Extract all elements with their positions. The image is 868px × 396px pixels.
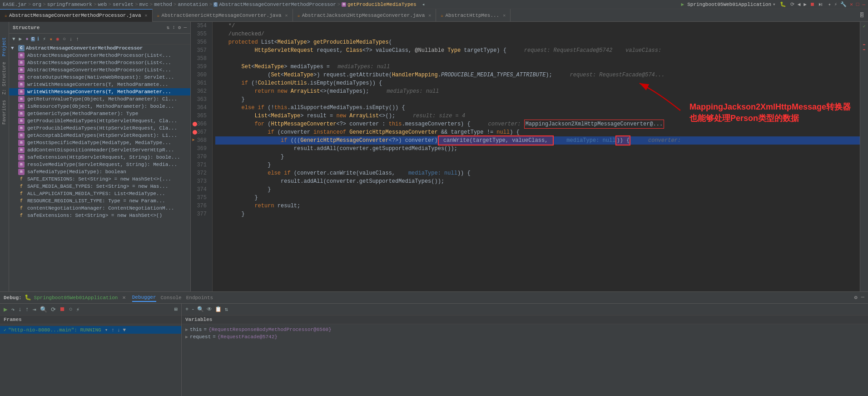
tree-item-field2[interactable]: f SAFE_MEDIA_BASE_TYPES: Set<String> = n…: [9, 183, 190, 190]
bc-nav-icon[interactable]: ◂: [422, 1, 425, 7]
tab-abstractmessage[interactable]: ☕ AbstractMessageConverterMethodProcesso…: [0, 9, 153, 22]
bc-item-8[interactable]: annotation: [178, 2, 208, 7]
view-breakpoints-icon[interactable]: ⚡: [76, 306, 80, 313]
toolbar-pub-icon[interactable]: ●: [24, 36, 30, 42]
edge-tab-favorites[interactable]: Favorites: [1, 98, 8, 126]
breakpoint-366[interactable]: [193, 122, 197, 126]
debug-icon-settings[interactable]: ⚙: [854, 294, 858, 301]
toolbar-class-icon[interactable]: C: [31, 37, 35, 41]
debug-tab-close[interactable]: ✕: [122, 294, 125, 301]
tab-abstractjackson[interactable]: ☕ AbstractJackson2HttpMessageConverter.j…: [293, 9, 436, 22]
debug-panel: Debug: 🐛 Springboot05Web01Application ✕ …: [0, 291, 868, 396]
resume-icon[interactable]: ▶: [4, 306, 7, 313]
tab-abstractgeneric[interactable]: ☕ AbstractGenericHttpMessageConverter.ja…: [153, 9, 293, 22]
debug-icon-minimize[interactable]: —: [861, 294, 864, 301]
tab-close-icon-2[interactable]: ✕: [285, 13, 288, 18]
toolbar-circle-icon[interactable]: ◉: [55, 35, 61, 42]
tree-item-resolve[interactable]: m resolveMediaType(ServletRequest, Strin…: [9, 161, 190, 168]
tree-item-safemedia[interactable]: m safeMediaType(MediaType): boolean: [9, 168, 190, 175]
tree-item-create[interactable]: m createOutputMessage(NativeWebRequest):…: [9, 74, 190, 81]
run-config-dropdown[interactable]: ▾: [773, 1, 776, 7]
tree-item-write1[interactable]: m writeWithMessageConverters(T, MethodPa…: [9, 81, 190, 88]
run-config-icon[interactable]: ▶: [681, 1, 684, 7]
toolbar-circle2-icon[interactable]: ○: [61, 36, 67, 42]
tab-close-icon[interactable]: ✕: [144, 13, 147, 18]
tree-item-class[interactable]: ▼ C AbstractMessageConverterMethodProces…: [9, 45, 190, 52]
sidebar-sort-icon[interactable]: ⇅: [167, 25, 170, 30]
tree-item-getproducible1[interactable]: m getProducibleMediaTypes(HttpServletReq…: [9, 117, 190, 125]
frame-nav-down[interactable]: ↓: [117, 327, 120, 333]
restore-layout-icon[interactable]: ⊞: [174, 306, 178, 313]
stop-icon[interactable]: ⏹: [60, 306, 65, 313]
bc-item-3[interactable]: springframework: [47, 2, 92, 7]
var-copy-icon[interactable]: 📋: [215, 306, 222, 313]
sidebar-sort2-icon[interactable]: ↕: [172, 25, 175, 30]
evaluate-icon[interactable]: 🔍: [40, 306, 47, 313]
tree-item-return[interactable]: m getReturnValueType(Object, MethodParam…: [9, 95, 190, 103]
debug-tab-debugger[interactable]: Debugger: [132, 294, 156, 302]
sidebar-minimize-icon[interactable]: —: [184, 25, 187, 30]
rerun-icon[interactable]: ⟳: [51, 306, 56, 313]
var-item-this[interactable]: ▶ this = {RequestResponseBodyMethodProce…: [182, 326, 868, 333]
tab-close-icon-4[interactable]: ✕: [503, 13, 506, 18]
toolbar-up-icon[interactable]: ↑: [74, 36, 80, 42]
bc-item-9[interactable]: AbstractMessageConverterMethodProcessor: [219, 2, 336, 7]
tree-item-safeext[interactable]: m safeExtension(HttpServletRequest, Stri…: [9, 154, 190, 161]
toolbar-down-icon[interactable]: ↓: [68, 36, 74, 42]
step-into-icon[interactable]: ↓: [18, 306, 22, 313]
var-collapse-icon[interactable]: -: [191, 306, 194, 313]
toolbar-star-icon[interactable]: ★: [48, 35, 54, 42]
tree-item-write2[interactable]: m writeWithMessageConverters(T, MethodPa…: [9, 88, 190, 95]
bc-item-1[interactable]: EASE.jar: [3, 2, 27, 7]
toolbar-expand-icon[interactable]: ▼: [11, 36, 17, 42]
toolbar-collapse-icon[interactable]: ▶: [18, 35, 24, 42]
tab-abstracthttp[interactable]: ☕ AbstractHttpMes... ✕: [436, 9, 511, 22]
sidebar-settings-icon[interactable]: ⚙: [178, 25, 181, 30]
toolbar-info-icon[interactable]: ℹ: [36, 35, 40, 42]
tree-item-field5[interactable]: f contentNegotiationManager: ContentNego…: [9, 205, 190, 212]
frame-filter-icon[interactable]: ▼: [123, 327, 126, 333]
mute-breakpoints-icon[interactable]: ○: [69, 306, 73, 313]
edge-tab-structure[interactable]: Z: Structure: [1, 60, 8, 96]
tree-item-ctor2[interactable]: m AbstractMessageConverterMethodProcesso…: [9, 59, 190, 66]
tree-item-field3[interactable]: f ALL_APPLICATION_MEDIA_TYPES: List<Medi…: [9, 190, 190, 197]
var-inspect-icon[interactable]: 🔍: [197, 306, 204, 313]
toolbar-filter-icon[interactable]: ⚡: [41, 35, 47, 42]
bc-item-7[interactable]: method: [154, 2, 172, 7]
tree-item-getgeneric[interactable]: m getGenericType(MethodParameter): Type: [9, 110, 190, 117]
tree-item-field6[interactable]: f safeExtensions: Set<String> = new Hash…: [9, 212, 190, 219]
frame-dropdown-icon[interactable]: ▾: [105, 327, 108, 333]
debug-icon[interactable]: 🐛: [780, 1, 786, 7]
tree-item-ctor3[interactable]: m AbstractMessageConverterMethodProcesso…: [9, 66, 190, 74]
debug-tab-console[interactable]: Console: [161, 294, 182, 301]
tree-item-field1[interactable]: f SAFE_EXTENSIONS: Set<String> = new Has…: [9, 175, 190, 183]
edge-tab-project[interactable]: Project: [1, 35, 8, 58]
bc-item-6[interactable]: mvc: [139, 2, 149, 7]
database-icon[interactable]: 🗄: [859, 12, 864, 18]
var-expand-request[interactable]: ▶: [185, 334, 188, 340]
bc-item-4[interactable]: web: [98, 2, 107, 7]
tree-item-ctor1[interactable]: m AbstractMessageConverterMethodProcesso…: [9, 52, 190, 59]
step-out-icon[interactable]: ↑: [25, 306, 29, 313]
breakpoint-367[interactable]: [193, 130, 197, 135]
debug-tab-endpoints[interactable]: Endpoints: [186, 294, 213, 301]
tree-item-getacceptable[interactable]: m getAcceptableMediaTypes(HttpServletReq…: [9, 132, 190, 139]
var-add-watch[interactable]: 👁: [207, 306, 212, 313]
frame-nav-up[interactable]: ↑: [111, 327, 114, 333]
run-to-cursor-icon[interactable]: ⇥: [33, 306, 36, 313]
frame-item-main[interactable]: ✓ "http-nio-8080...main": RUNNING ▾ ↑ ↓ …: [0, 326, 181, 334]
bc-item-10[interactable]: getProducibleMediaTypes: [347, 2, 417, 7]
var-expand-icon[interactable]: +: [185, 306, 188, 313]
var-sort-icon[interactable]: ⇅: [224, 306, 228, 313]
bc-item-2[interactable]: org: [32, 2, 41, 7]
tab-close-icon-3[interactable]: ✕: [428, 13, 431, 18]
tree-item-getmost[interactable]: m getMostSpecificMediaType(MediaType, Me…: [9, 139, 190, 146]
bc-item-5[interactable]: servlet: [113, 2, 134, 7]
var-item-request[interactable]: ▶ request = {RequestFacade@5742}: [182, 333, 868, 341]
tree-item-field4[interactable]: f RESOURCE_REGION_LIST_TYPE: Type = new …: [9, 197, 190, 205]
tree-item-isresource[interactable]: m isResourceType(Object, MethodParameter…: [9, 103, 190, 110]
step-over-icon[interactable]: ↷: [11, 306, 15, 313]
tree-item-addcontent[interactable]: m addContentDispositionHeader(ServletSer…: [9, 146, 190, 154]
tree-item-getproducible2[interactable]: m getProducibleMediaTypes(HttpServletReq…: [9, 125, 190, 132]
var-expand-this[interactable]: ▶: [185, 327, 188, 332]
